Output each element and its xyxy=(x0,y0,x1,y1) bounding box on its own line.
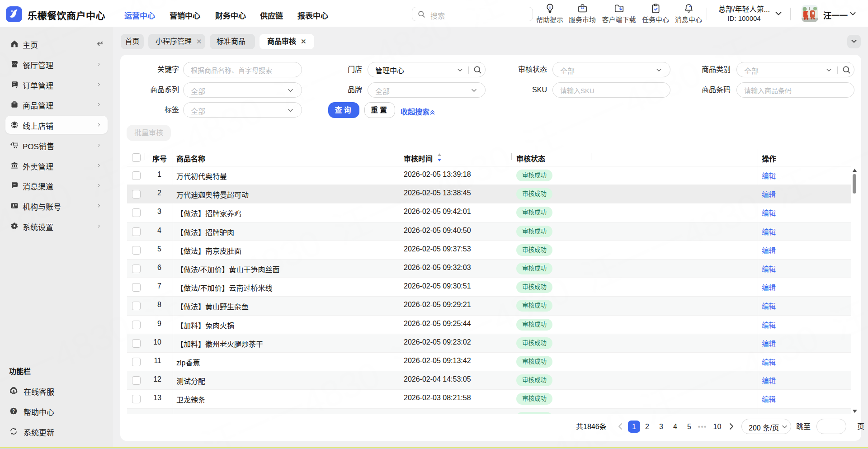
svg-text:?: ? xyxy=(12,409,15,414)
